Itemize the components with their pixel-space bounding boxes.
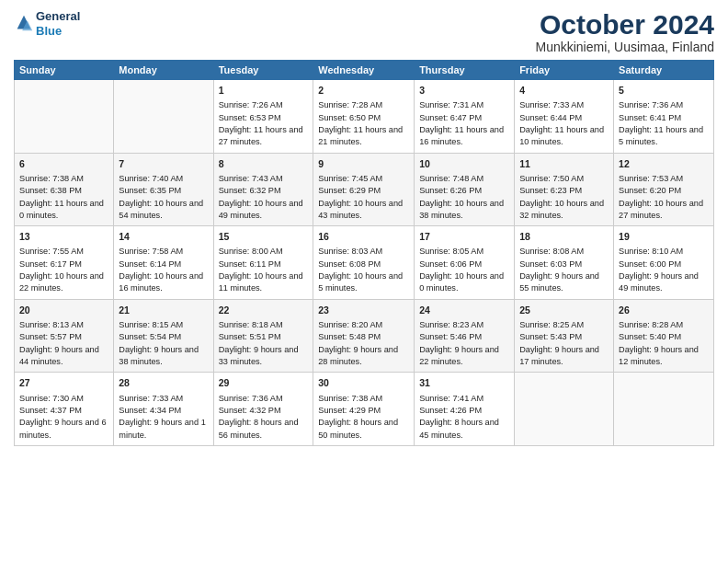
calendar-cell: 9Sunrise: 7:45 AMSunset: 6:29 PMDaylight… [313,153,415,226]
calendar-cell: 31Sunrise: 7:41 AMSunset: 4:26 PMDayligh… [415,373,515,446]
day-number: 8 [219,157,309,171]
calendar-cell: 13Sunrise: 7:55 AMSunset: 6:17 PMDayligh… [15,226,114,300]
calendar-cell: 17Sunrise: 8:05 AMSunset: 6:06 PMDayligh… [415,226,515,300]
day-number: 11 [519,157,609,171]
calendar-week-row: 20Sunrise: 8:13 AMSunset: 5:57 PMDayligh… [15,299,714,373]
calendar-cell: 30Sunrise: 7:38 AMSunset: 4:29 PMDayligh… [313,373,415,446]
calendar-cell: 14Sunrise: 7:58 AMSunset: 6:14 PMDayligh… [114,226,213,300]
weekday-header: Wednesday [313,61,415,80]
calendar-cell [515,373,614,446]
calendar-cell: 8Sunrise: 7:43 AMSunset: 6:32 PMDaylight… [213,153,313,226]
calendar-week-row: 13Sunrise: 7:55 AMSunset: 6:17 PMDayligh… [15,226,714,300]
day-number: 31 [419,376,509,390]
calendar-cell: 24Sunrise: 8:23 AMSunset: 5:46 PMDayligh… [415,299,515,373]
day-number: 1 [219,84,309,98]
calendar-cell: 5Sunrise: 7:36 AMSunset: 6:41 PMDaylight… [614,80,714,154]
calendar-cell: 25Sunrise: 8:25 AMSunset: 5:43 PMDayligh… [515,299,614,373]
day-number: 4 [519,84,609,98]
main-title: October 2024 [535,9,714,40]
calendar-cell: 7Sunrise: 7:40 AMSunset: 6:35 PMDaylight… [114,153,213,226]
calendar-cell: 19Sunrise: 8:10 AMSunset: 6:00 PMDayligh… [614,226,714,300]
day-number: 22 [219,304,309,317]
day-number: 17 [419,230,509,244]
logo: General Blue [14,9,80,38]
weekday-header: Monday [114,61,213,80]
day-number: 6 [19,157,108,171]
calendar-cell: 11Sunrise: 7:50 AMSunset: 6:23 PMDayligh… [515,153,614,226]
day-number: 23 [318,304,409,317]
calendar-cell: 23Sunrise: 8:20 AMSunset: 5:48 PMDayligh… [313,299,415,373]
calendar-week-row: 27Sunrise: 7:30 AMSunset: 4:37 PMDayligh… [15,373,714,446]
day-number: 14 [119,230,208,244]
day-number: 29 [219,376,309,390]
day-number: 2 [318,84,409,98]
day-number: 7 [119,157,208,171]
day-number: 15 [219,230,309,244]
day-number: 18 [519,230,609,244]
calendar-cell: 12Sunrise: 7:53 AMSunset: 6:20 PMDayligh… [614,153,714,226]
day-number: 21 [119,304,208,317]
page-header: General Blue October 2024 Munkkiniemi, U… [14,9,714,54]
calendar-cell [114,80,213,154]
subtitle: Munkkiniemi, Uusimaa, Finland [535,40,714,54]
day-number: 30 [318,376,409,390]
logo-icon [14,14,34,34]
calendar-cell: 15Sunrise: 8:00 AMSunset: 6:11 PMDayligh… [213,226,313,300]
calendar-table: SundayMondayTuesdayWednesdayThursdayFrid… [14,60,714,446]
calendar-week-row: 6Sunrise: 7:38 AMSunset: 6:38 PMDaylight… [15,153,714,226]
day-number: 19 [619,230,709,244]
calendar-cell: 18Sunrise: 8:08 AMSunset: 6:03 PMDayligh… [515,226,614,300]
calendar-cell: 1Sunrise: 7:26 AMSunset: 6:53 PMDaylight… [213,80,313,154]
calendar-header-row: SundayMondayTuesdayWednesdayThursdayFrid… [15,61,714,80]
calendar-cell: 26Sunrise: 8:28 AMSunset: 5:40 PMDayligh… [614,299,714,373]
calendar-cell: 22Sunrise: 8:18 AMSunset: 5:51 PMDayligh… [213,299,313,373]
calendar-cell: 29Sunrise: 7:36 AMSunset: 4:32 PMDayligh… [213,373,313,446]
day-number: 24 [419,304,509,317]
calendar-cell: 16Sunrise: 8:03 AMSunset: 6:08 PMDayligh… [313,226,415,300]
calendar-week-row: 1Sunrise: 7:26 AMSunset: 6:53 PMDaylight… [15,80,714,154]
calendar-cell: 20Sunrise: 8:13 AMSunset: 5:57 PMDayligh… [15,299,114,373]
day-number: 20 [19,304,108,317]
weekday-header: Saturday [614,61,714,80]
day-number: 12 [619,157,709,171]
calendar-cell: 21Sunrise: 8:15 AMSunset: 5:54 PMDayligh… [114,299,213,373]
calendar-cell: 10Sunrise: 7:48 AMSunset: 6:26 PMDayligh… [415,153,515,226]
day-number: 26 [619,304,709,317]
calendar-cell: 2Sunrise: 7:28 AMSunset: 6:50 PMDaylight… [313,80,415,154]
day-number: 13 [19,230,108,244]
day-number: 5 [619,84,709,98]
calendar-cell: 4Sunrise: 7:33 AMSunset: 6:44 PMDaylight… [515,80,614,154]
calendar-cell: 27Sunrise: 7:30 AMSunset: 4:37 PMDayligh… [15,373,114,446]
logo-text: General Blue [36,9,80,38]
day-number: 25 [519,304,609,317]
title-block: October 2024 Munkkiniemi, Uusimaa, Finla… [535,9,714,54]
day-number: 16 [318,230,409,244]
weekday-header: Tuesday [213,61,313,80]
calendar-cell [614,373,714,446]
calendar-cell: 6Sunrise: 7:38 AMSunset: 6:38 PMDaylight… [15,153,114,226]
day-number: 3 [419,84,509,98]
weekday-header: Thursday [415,61,515,80]
calendar-cell: 3Sunrise: 7:31 AMSunset: 6:47 PMDaylight… [415,80,515,154]
day-number: 9 [318,157,409,171]
weekday-header: Sunday [15,61,114,80]
calendar-cell: 28Sunrise: 7:33 AMSunset: 4:34 PMDayligh… [114,373,213,446]
weekday-header: Friday [515,61,614,80]
day-number: 27 [19,376,108,390]
calendar-cell [15,80,114,154]
day-number: 10 [419,157,509,171]
day-number: 28 [119,376,208,390]
